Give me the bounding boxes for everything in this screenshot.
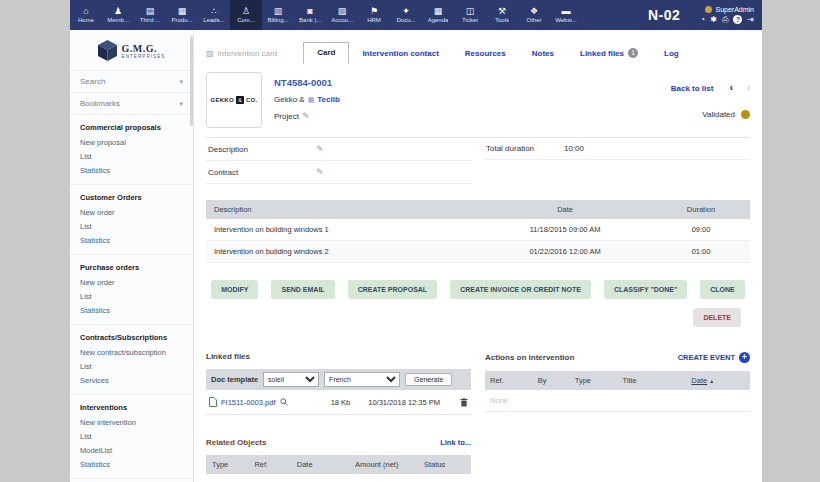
sidebar-link[interactable]: List — [80, 290, 183, 304]
user-name-row[interactable]: SuperAdmin — [705, 6, 754, 13]
column-header-type[interactable]: Type — [570, 371, 618, 390]
sidebar-link[interactable]: Statistics — [80, 164, 183, 178]
table-row[interactable]: Intervention on building windows 2 01/22… — [206, 241, 750, 263]
sidebar-link[interactable]: New order — [80, 206, 183, 220]
action-buttons-row: MODIFY SEND EMAIL CREATE PROPOSAL CREATE… — [206, 280, 750, 299]
nav-item-home[interactable]: ⌂Home — [70, 0, 102, 30]
nav-item-thirdparties[interactable]: ▤Third ... — [134, 0, 166, 30]
generate-button[interactable]: Generate — [405, 373, 452, 386]
linked-files-count-badge: 1 — [628, 48, 638, 58]
tab-card[interactable]: Card — [303, 42, 349, 64]
sidebar-link[interactable]: Statistics — [80, 304, 183, 318]
create-invoice-button[interactable]: CREATE INVOICE OR CREDIT NOTE — [450, 280, 591, 299]
tab-log[interactable]: Log — [651, 44, 692, 64]
column-header-date-sorted[interactable]: Date ▲ — [686, 371, 750, 390]
link-to-link[interactable]: Link to... — [440, 438, 471, 447]
table-row[interactable]: Intervention on building windows 1 11/18… — [206, 219, 750, 241]
create-event-link[interactable]: CREATE EVENT + — [678, 352, 750, 363]
send-email-button[interactable]: SEND EMAIL — [271, 280, 334, 299]
sidebar-link[interactable]: Statistics — [80, 458, 183, 472]
column-header-title[interactable]: Title — [617, 371, 686, 390]
line-date: 11/18/2015 09:00 AM — [478, 219, 652, 241]
sidebar-link[interactable]: Services — [80, 374, 183, 388]
app-window: ⌂Home ♟Memb... ▤Third ... ▦Produ... ∴Lea… — [70, 0, 762, 482]
back-to-list-link[interactable]: Back to list — [671, 84, 714, 93]
nav-item-websites[interactable]: ▬Websi... — [550, 0, 582, 30]
globe-icon[interactable]: ◔ — [700, 15, 705, 24]
file-row: FI1511-0003.pdf 18 Kb 10/31/2018 12:35 P… — [206, 390, 471, 415]
sidebar-link[interactable]: New contract/subscription — [80, 346, 183, 360]
file-name-link[interactable]: FI1511-0003.pdf — [221, 398, 276, 407]
nav-item-leads[interactable]: ∴Leads... — [198, 0, 230, 30]
clone-button[interactable]: CLONE — [700, 280, 745, 299]
sidebar-link[interactable]: New proposal — [80, 136, 183, 150]
help-icon[interactable]: ? — [733, 15, 742, 24]
nav-item-documents[interactable]: ✦Docu... — [390, 0, 422, 30]
preview-file-icon[interactable] — [280, 398, 288, 406]
menu-section-purchase-orders: Purchase orders New order List Statistic… — [70, 254, 193, 324]
total-duration-label: Total duration — [486, 144, 564, 153]
user-avatar-icon — [705, 6, 712, 13]
edit-description-icon[interactable]: ✎ — [316, 144, 324, 154]
leads-icon: ∴ — [211, 7, 217, 16]
column-header-ref: Ref. — [248, 455, 290, 474]
sidebar-link[interactable]: Statistics — [80, 234, 183, 248]
search-label: Search — [80, 77, 105, 86]
sidebar-link[interactable]: New order — [80, 276, 183, 290]
edit-project-icon[interactable]: ✎ — [302, 111, 310, 121]
status-label: Validated — [702, 110, 735, 119]
sidebar-link[interactable]: ModelList — [80, 444, 183, 458]
nav-item-accountancy[interactable]: ▨Accou... — [326, 0, 358, 30]
logout-icon[interactable]: ⇥ — [747, 15, 754, 24]
sidebar-link[interactable]: List — [80, 360, 183, 374]
sort-asc-icon: ▲ — [709, 378, 714, 384]
doc-language-select[interactable]: French — [324, 372, 400, 387]
intervention-lines-table: Description Date Duration Intervention o… — [206, 200, 750, 263]
tab-notes[interactable]: Notes — [519, 44, 567, 64]
print-icon[interactable]: ⎙ — [722, 15, 728, 24]
nav-item-billing[interactable]: ▥Billing... — [262, 0, 294, 30]
nav-item-products[interactable]: ▦Produ... — [166, 0, 198, 30]
nav-item-tools[interactable]: ⚒Tools — [486, 0, 518, 30]
nav-item-agenda[interactable]: ▦Agenda — [422, 0, 454, 30]
company-icon: ▦ — [308, 96, 315, 104]
nav-item-hrm[interactable]: ⚑HRM — [358, 0, 390, 30]
delete-file-icon[interactable] — [460, 398, 468, 407]
edit-contract-icon[interactable]: ✎ — [316, 167, 324, 177]
previous-record-icon[interactable]: ‹ — [730, 82, 733, 93]
menu-section-commercial-proposals: Commercial proposals New proposal List S… — [70, 114, 193, 184]
related-objects-table: Type Ref. Date Amount (net) Status — [206, 455, 471, 474]
context-label: ▨ Intervention card — [206, 49, 277, 64]
delete-button[interactable]: DELETE — [693, 308, 741, 327]
thirdparty-logo-image: GEKKO & CO. — [206, 72, 262, 128]
search-dropdown[interactable]: Search ▾ — [70, 70, 193, 92]
sidebar-link[interactable]: List — [80, 150, 183, 164]
nav-item-bank[interactable]: ◙Bank |... — [294, 0, 326, 30]
sidebar-link[interactable]: List — [80, 430, 183, 444]
intervention-ref[interactable]: NT4584-0001 — [274, 77, 340, 88]
sidebar-link[interactable]: New intervention — [80, 416, 183, 430]
tab-linked-files[interactable]: Linked files 1 — [567, 43, 651, 64]
column-header-by[interactable]: By — [533, 371, 570, 390]
nav-item-commercial[interactable]: ♙Com... — [230, 0, 262, 30]
tab-resources[interactable]: Resources — [452, 44, 519, 64]
create-proposal-button[interactable]: CREATE PROPOSAL — [348, 280, 438, 299]
nav-item-members[interactable]: ♟Memb... — [102, 0, 134, 30]
fields-area: Description ✎ Contract ✎ Total duration … — [206, 138, 750, 184]
tab-intervention-contact[interactable]: Intervention contact — [349, 44, 451, 64]
nav-item-ticket[interactable]: ◫Ticket — [454, 0, 486, 30]
classify-done-button[interactable]: CLASSIFY "DONE" — [604, 280, 687, 299]
modify-button[interactable]: MODIFY — [211, 280, 258, 299]
thirdparty-link[interactable]: Teclib — [317, 95, 340, 104]
events-section: Actions on intervention CREATE EVENT + R… — [485, 352, 750, 412]
menu-section-customer-orders: Customer Orders New order List Statistic… — [70, 184, 193, 254]
bookmarks-dropdown[interactable]: Bookmarks ▾ — [70, 92, 193, 114]
events-title: Actions on intervention — [485, 353, 574, 362]
linked-files-title: Linked files — [206, 352, 471, 361]
hrm-icon: ⚑ — [370, 7, 378, 16]
doc-template-select[interactable]: soleil — [263, 372, 319, 387]
theme-icon[interactable]: ✱ — [710, 15, 717, 24]
column-header-ref[interactable]: Ref. — [485, 371, 533, 390]
nav-item-other[interactable]: ❖Other — [518, 0, 550, 30]
sidebar-link[interactable]: List — [80, 220, 183, 234]
